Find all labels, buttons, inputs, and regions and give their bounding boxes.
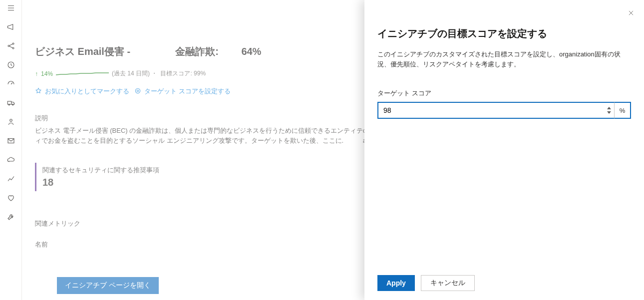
menu-icon[interactable]	[6, 3, 16, 13]
description-text: ビジネス 電子メール侵害 (BEC) の金融詐欺は、個人または専門的なビジネスを…	[35, 126, 364, 146]
panel-subtext: このイニシアチブのカスタマイズされた目標スコアを設定し、organization…	[377, 49, 631, 69]
open-initiative-button[interactable]: イニシアチブ ページを開く	[57, 277, 159, 294]
close-icon[interactable]	[623, 5, 639, 21]
cloud-icon[interactable]	[6, 155, 16, 165]
wrench-icon[interactable]	[6, 212, 16, 222]
initiative-title: ビジネス Email侵害 -	[35, 45, 130, 58]
heart-icon[interactable]	[6, 193, 16, 203]
megaphone-icon[interactable]	[6, 22, 16, 32]
trend-percent: 14%	[41, 70, 53, 77]
svg-point-1	[12, 43, 14, 44]
sidebar	[0, 0, 22, 300]
dashboard-icon[interactable]	[6, 79, 16, 89]
target-score-field-label: ターゲット スコア	[377, 89, 631, 98]
target-score-text: 目標スコア: 99%	[160, 69, 206, 78]
trend-period: (過去 14 日間) ・	[112, 69, 157, 78]
set-target-label: ターゲット スコアを設定する	[144, 87, 231, 96]
trend-up-icon: ↑	[35, 70, 38, 77]
share-icon[interactable]	[6, 41, 16, 51]
side-panel: イニシアチブの目標スコアを設定する このイニシアチブのカスタマイズされた目標スコ…	[364, 0, 644, 300]
percent-suffix: %	[614, 102, 631, 119]
apply-button[interactable]: Apply	[377, 275, 415, 291]
clock-icon[interactable]	[6, 60, 16, 70]
mail-icon[interactable]	[6, 136, 16, 146]
number-spinner	[606, 106, 612, 115]
initiative-score: 64%	[241, 46, 261, 57]
favorite-link[interactable]: お気に入りとしてマークする	[35, 87, 129, 96]
svg-rect-8	[8, 139, 14, 143]
svg-point-2	[12, 47, 14, 49]
truck-icon[interactable]	[6, 98, 16, 108]
target-score-input[interactable]	[377, 102, 614, 119]
svg-point-7	[9, 119, 12, 122]
svg-point-5	[8, 104, 9, 105]
cancel-button[interactable]: キャンセル	[421, 275, 475, 291]
sparkline-chart	[56, 71, 109, 76]
panel-title: イニシアチブの目標スコアを設定する	[377, 27, 631, 40]
svg-point-9	[135, 88, 140, 93]
initiative-subtitle: 金融詐欺:	[175, 46, 219, 57]
chart-icon[interactable]	[6, 174, 16, 184]
spinner-up-icon[interactable]	[606, 106, 612, 110]
svg-rect-4	[7, 101, 11, 104]
people-icon[interactable]	[6, 117, 16, 127]
svg-point-6	[12, 104, 13, 105]
target-icon	[134, 87, 141, 96]
description-label: 説明	[35, 114, 364, 123]
set-target-link[interactable]: ターゲット スコアを設定する	[134, 87, 231, 96]
svg-point-0	[8, 45, 9, 47]
svg-point-10	[137, 90, 139, 92]
spinner-down-icon[interactable]	[606, 111, 612, 115]
favorite-label: お気に入りとしてマークする	[45, 87, 129, 96]
star-icon	[35, 87, 42, 96]
